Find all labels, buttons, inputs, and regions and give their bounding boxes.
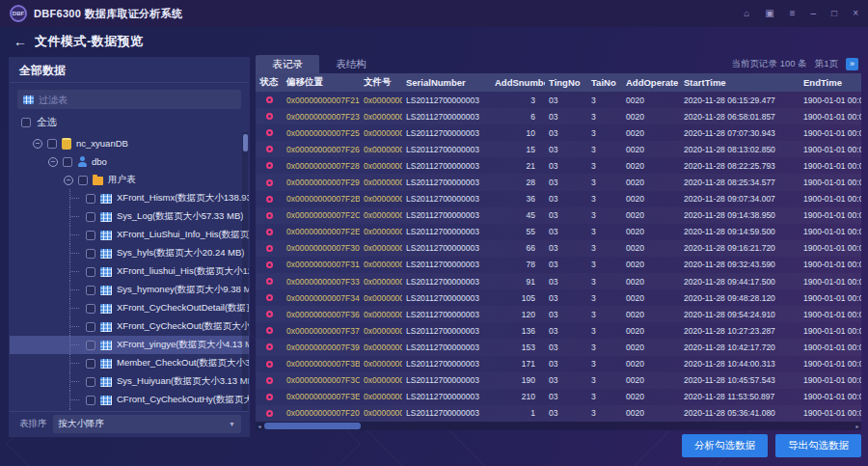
checkbox[interactable] <box>86 194 95 204</box>
tree-table-item[interactable]: CFront_CyCheckOut(数据页大小2.27 MB) <box>10 409 249 411</box>
tree-table-item[interactable]: XFront_liushui_His(数据页大小12.01 MB) <box>10 262 249 281</box>
checkbox[interactable] <box>86 396 95 405</box>
checkbox[interactable] <box>86 267 95 277</box>
scroll-right-icon[interactable]: ▸ <box>854 423 861 429</box>
cell: 1900-01-01 00:00:00.000 <box>800 392 861 401</box>
cell: 0x00000001 <box>360 375 402 385</box>
column-header[interactable]: 状态 <box>256 76 283 89</box>
column-header[interactable]: StartTime <box>680 77 800 88</box>
status-cell <box>256 113 283 120</box>
filter-input[interactable] <box>39 95 235 105</box>
table-row[interactable]: 0x00000000007F31A80x00000001LS2011270000… <box>256 257 861 273</box>
checkbox[interactable] <box>86 341 95 350</box>
collapse-icon[interactable]: − <box>33 139 42 149</box>
table-row[interactable]: 0x00000000007F34CC0x00000001LS2011270000… <box>256 289 861 306</box>
select-all-row[interactable]: 全选 <box>10 113 249 132</box>
tree-table-item[interactable]: Sys_hymoney(数据页大小9.38 MB) <box>10 281 249 299</box>
collapse-icon[interactable]: − <box>64 176 73 185</box>
checkbox[interactable] <box>86 304 95 314</box>
tab-table-structure[interactable]: 表结构 <box>319 55 383 73</box>
table-row[interactable]: 0x00000000007F2CF20x00000001LS2011270000… <box>256 207 861 224</box>
back-button[interactable]: ← <box>14 34 27 49</box>
next-page-button[interactable]: » <box>846 58 858 70</box>
table-row[interactable]: 0x00000000007F3E3A0x00000001LS2011270000… <box>256 389 861 405</box>
table-row[interactable]: 0x00000000007F37F00x00000001LS2011270000… <box>256 322 861 339</box>
column-header[interactable]: 偏移位置 <box>283 76 360 89</box>
table-row[interactable]: 0x00000000007F20600x00000001LS2011270000… <box>256 405 861 422</box>
column-header[interactable]: AddSnumber <box>491 77 545 88</box>
checkbox[interactable] <box>86 286 95 295</box>
table-icon <box>100 212 112 222</box>
tree-table-item[interactable]: Member_CheckOut(数据页大小3.57 MB) <box>10 354 249 372</box>
table-row[interactable]: 0x00000000007F29CE0x00000001LS2011270000… <box>256 174 861 190</box>
horizontal-scrollbar[interactable]: ◂ ▸ <box>256 422 861 430</box>
tree-database-node[interactable]: − nc_xyuanDB <box>10 134 249 152</box>
scroll-left-icon[interactable]: ◂ <box>256 423 263 429</box>
select-all-checkbox[interactable] <box>21 118 31 127</box>
checkbox[interactable] <box>63 157 72 167</box>
checkbox[interactable] <box>78 176 88 185</box>
checkbox[interactable] <box>86 322 95 332</box>
minimize-icon[interactable]: – <box>811 9 817 18</box>
checkbox[interactable] <box>86 359 95 369</box>
checkbox[interactable] <box>86 249 95 259</box>
cell: 1900-01-01 00:00:00.000 <box>800 343 861 352</box>
collapse-icon[interactable]: − <box>48 157 58 167</box>
tree-table-item[interactable]: XFront_CyCheckOut(数据页大小4.76 MB) <box>10 317 249 336</box>
table-row[interactable]: 0x00000000007F23840x00000001LS2011270000… <box>256 108 861 124</box>
tree-table-item[interactable]: CFront_CyCheckOutHy(数据页大小2.40 MB) <box>10 391 249 409</box>
table-row[interactable]: 0x00000000007F2E840x00000001LS2011270000… <box>256 224 861 240</box>
table-row[interactable]: 0x00000000007F2B600x00000001LS2011270000… <box>256 191 861 207</box>
tree-table-item[interactable]: XFront_CyCheckOutDetail(数据页大小7.69 MB) <box>10 299 249 317</box>
menu-icon[interactable]: ≡ <box>790 9 796 18</box>
table-row[interactable]: 0x00000000007F333A0x00000001LS2011270000… <box>256 273 861 289</box>
scrollbar-thumb[interactable] <box>243 134 248 151</box>
checkbox[interactable] <box>86 377 95 387</box>
tree-table-item[interactable]: Sys_hyls(数据页大小20.24 MB) <box>10 244 249 262</box>
sort-select[interactable]: 按大小降序 ▼ <box>53 415 242 433</box>
table-row[interactable]: 0x00000000007F26A80x00000001LS2011270000… <box>256 141 861 157</box>
tree-folder-node[interactable]: − 用户表 <box>10 171 249 189</box>
column-header[interactable]: AddOperate <box>622 77 680 88</box>
column-header[interactable]: TaiNo <box>587 77 622 88</box>
cell: 0020 <box>622 277 680 287</box>
tree-connector <box>69 317 81 336</box>
tree-table-item[interactable]: XFront_Hismx(数据页大小138.93 MB) <box>10 189 249 207</box>
status-icon <box>266 245 273 252</box>
scrollbar-thumb[interactable] <box>264 423 361 429</box>
table-row[interactable]: 0x00000000007F39840x00000001LS2011270000… <box>256 339 861 355</box>
table-row[interactable]: 0x00000000007F21F20x00000001LS2011270000… <box>256 92 861 108</box>
export-selected-button[interactable]: 导出勾选数据 <box>775 434 861 457</box>
home-icon[interactable]: ⌂ <box>744 9 749 18</box>
table-row[interactable]: 0x00000000007F3B160x00000001LS2011270000… <box>256 356 861 372</box>
tree-table-item[interactable]: XFront_yingye(数据页大小4.13 MB) <box>10 336 249 354</box>
column-header[interactable]: TingNo <box>545 77 587 88</box>
table-row[interactable]: 0x00000000007F30160x00000001LS2011270000… <box>256 240 861 257</box>
column-header[interactable]: SerialNumber <box>402 77 491 88</box>
checkbox[interactable] <box>86 212 95 222</box>
tree-table-item[interactable]: Sys_Log(数据页大小57.33 MB) <box>10 207 249 226</box>
tree-table-item[interactable]: XFront_LiuShui_Info_His(数据页大小39.70 MB) <box>10 226 249 244</box>
table-row[interactable]: 0x00000000007F25160x00000001LS2011270000… <box>256 124 861 141</box>
column-header[interactable]: EndTime <box>800 77 861 88</box>
tab-table-records[interactable]: 表记录 <box>256 55 319 73</box>
restore-icon[interactable]: □ <box>831 9 837 18</box>
window-controls: ⌂▣≡–□× <box>744 9 858 18</box>
capture-icon[interactable]: ▣ <box>765 9 773 18</box>
table-row[interactable]: 0x00000000007F365E0x00000001LS2011270000… <box>256 306 861 322</box>
tree-scrollbar[interactable] <box>242 132 248 411</box>
close-icon[interactable]: × <box>853 9 858 18</box>
table-row[interactable]: 0x00000000007F3CA80x00000001LS2011270000… <box>256 372 861 389</box>
select-all-label: 全选 <box>37 116 57 129</box>
tree-schema-node[interactable]: − dbo <box>10 152 249 171</box>
checkbox[interactable] <box>47 139 57 149</box>
table-row[interactable]: 0x00000000007F283A0x00000001LS2011270000… <box>256 157 861 174</box>
checkbox[interactable] <box>86 231 95 240</box>
tree-table-item[interactable]: Sys_Huiyuan(数据页大小3.13 MB) <box>10 372 249 391</box>
sort-label: 表排序 <box>19 418 47 430</box>
analyze-selected-button[interactable]: 分析勾选数据 <box>682 434 768 457</box>
cell: 03 <box>545 293 587 303</box>
column-header[interactable]: 文件号 <box>360 76 402 89</box>
table-filter[interactable] <box>17 90 241 109</box>
cell: 1900-01-01 00:00:00.000 <box>800 210 861 220</box>
